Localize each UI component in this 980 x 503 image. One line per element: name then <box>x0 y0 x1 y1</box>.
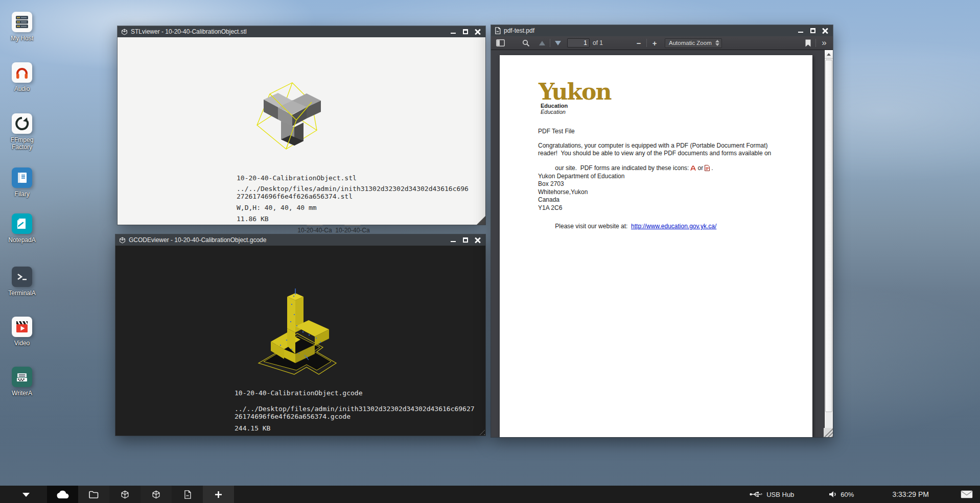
more-tools-button[interactable]: » <box>818 38 830 49</box>
doc-para-line2: reader! You should be able to view any o… <box>538 150 771 157</box>
pdf-titlebar[interactable]: pdf-test.pdf <box>491 25 833 36</box>
taskbar-item-files[interactable] <box>78 486 109 503</box>
doc-website-label: Please visit our website at: <box>555 223 629 230</box>
new-tab-button[interactable] <box>203 486 234 503</box>
cube-icon <box>152 490 160 499</box>
pdf-content-area[interactable]: Yukon Education Éducation PDF Test File … <box>491 50 833 437</box>
toolbar-separator <box>646 39 647 47</box>
desktop-icon-label: My Host <box>4 35 40 42</box>
plus-icon <box>215 491 222 498</box>
gcode-path-line2: 26174696f6e4f626a656374.gcode <box>235 413 351 420</box>
yukon-logo: Yukon Education Éducation <box>539 79 611 115</box>
doc-website-line: Please visit our website at: http://www.… <box>538 215 716 237</box>
gcode-3d-viewport[interactable]: 10-20-40-CalibrationObject.gcode ../../D… <box>115 246 485 436</box>
stl-filename: 10-20-40-CalibrationObject.stl <box>237 174 357 182</box>
server-icon <box>12 12 32 32</box>
stl-dimensions: W,D,H: 40, 40, 40 mm <box>237 204 317 211</box>
resize-grip[interactable] <box>824 428 833 437</box>
page-number-input[interactable] <box>567 38 590 47</box>
select-arrows-icon <box>715 40 719 46</box>
taskbar-item-stlviewer[interactable] <box>109 486 141 503</box>
book-icon <box>12 167 32 188</box>
desktop-icon-notepada[interactable]: NotepadA <box>4 213 40 244</box>
pdf-toolbar: of 1 − + Automatic Zoom » <box>491 36 833 50</box>
website-link[interactable]: http://www.education.gov.yk.ca/ <box>631 223 716 230</box>
maximize-button[interactable] <box>810 28 816 34</box>
volume-tray-item[interactable]: 60% <box>829 491 854 498</box>
recycle-arrows-icon <box>12 113 32 134</box>
scrollbar-thumb[interactable] <box>825 60 832 412</box>
taskbar-menu-chevron[interactable] <box>22 493 30 497</box>
doc-para-end: . <box>711 164 713 172</box>
clock-label: 3:33:29 PM <box>892 490 929 498</box>
gcode-path-line1: ../../Desktop/files/admin/inith31302d323… <box>235 405 475 413</box>
scrollbar-up-button[interactable] <box>825 50 833 59</box>
doc-addr-line2: Box 2703 <box>538 180 564 187</box>
maximize-button[interactable] <box>462 237 469 243</box>
zoom-in-button[interactable]: + <box>648 38 661 49</box>
minimize-button[interactable] <box>798 28 804 34</box>
close-button[interactable] <box>475 237 481 243</box>
taskbar-item-pdf[interactable] <box>172 486 203 503</box>
stl-filesize: 11.86 KB <box>237 215 269 223</box>
arrow-up-icon <box>539 41 545 45</box>
folder-icon <box>89 491 99 498</box>
close-button[interactable] <box>822 28 828 34</box>
close-button[interactable] <box>475 29 481 35</box>
typewriter-icon <box>12 367 32 387</box>
desktop-icon-label: NotepadA <box>4 236 40 244</box>
desktop-icon-terminala[interactable]: TerminalA <box>4 267 40 297</box>
doc-addr-line4: Canada <box>538 196 559 203</box>
resize-grip[interactable] <box>477 427 485 435</box>
taskbar-item-cloud[interactable] <box>47 486 78 503</box>
zoom-out-button[interactable]: − <box>633 38 645 49</box>
search-icon <box>522 39 530 47</box>
vertical-scrollbar[interactable] <box>824 50 833 428</box>
usb-label: USB Hub <box>766 491 794 498</box>
find-button[interactable] <box>520 38 532 49</box>
gcode-titlebar[interactable]: GCODEviewer - 10-20-40-CalibrationObject… <box>115 234 485 246</box>
bookmark-icon <box>805 39 811 47</box>
pdf-viewer-window: pdf-test.pdf <box>491 25 833 437</box>
minus-icon: − <box>637 39 641 47</box>
usb-tray-item[interactable]: USB Hub <box>750 491 794 498</box>
file-shortcut-label: 10-20-40-Ca <box>297 227 333 234</box>
previous-page-button[interactable] <box>536 38 548 49</box>
desktop-icon-my-host[interactable]: My Host <box>4 12 40 42</box>
cube-icon <box>121 29 128 35</box>
stl-titlebar[interactable]: STLviewer - 10-20-40-CalibrationObject.s… <box>118 26 485 37</box>
minimize-button[interactable] <box>450 237 456 243</box>
desktop-icon-filary[interactable]: Filary <box>4 167 40 198</box>
scroll-up-icon <box>827 53 831 56</box>
doc-addr-line1: Yukon Department of Education <box>538 173 624 180</box>
taskbar-item-gcodeviewer[interactable] <box>141 486 172 503</box>
mail-tray-item[interactable] <box>961 490 973 498</box>
desktop-icon-ffmpeg-factory[interactable]: FFmpeg Factory <box>4 113 40 151</box>
sidebar-toggle-button[interactable] <box>494 38 506 49</box>
cloud-icon <box>56 490 69 499</box>
doc-addr-line5: Y1A 2C6 <box>538 204 562 211</box>
pdf-document-icon <box>495 27 501 34</box>
maximize-button[interactable] <box>462 29 469 35</box>
stl-path-line2: 2726174696f6e4f626a656374.stl <box>237 193 353 200</box>
desktop-icon-writera[interactable]: WriterA <box>4 367 40 397</box>
toolbar-separator <box>815 39 816 47</box>
clapperboard-play-icon <box>12 317 32 337</box>
resize-grip[interactable] <box>477 216 485 225</box>
logo-education-fr: Éducation <box>541 109 611 115</box>
desktop-icon-video[interactable]: Video <box>4 317 40 347</box>
file-shortcut-label: 10-20-40-Ca <box>335 227 370 234</box>
bookmark-button[interactable] <box>802 38 814 49</box>
zoom-level-select[interactable]: Automatic Zoom <box>665 38 722 48</box>
notepad-pencil-icon <box>12 213 32 234</box>
gcode-filename: 10-20-40-CalibrationObject.gcode <box>235 389 362 397</box>
next-page-button[interactable] <box>552 38 564 49</box>
double-chevron-icon: » <box>822 38 825 48</box>
yukon-logo-word: Yukon <box>539 79 611 105</box>
pdf-file-icon <box>705 165 710 173</box>
desktop-icon-audio[interactable]: Audio <box>4 62 40 92</box>
desktop[interactable]: My Host Audio FFmpeg Factory <box>0 0 980 503</box>
stl-3d-viewport[interactable]: 10-20-40-CalibrationObject.stl ../../Des… <box>118 37 485 225</box>
minimize-button[interactable] <box>450 29 456 35</box>
clock-tray-item[interactable]: 3:33:29 PM <box>892 490 929 498</box>
